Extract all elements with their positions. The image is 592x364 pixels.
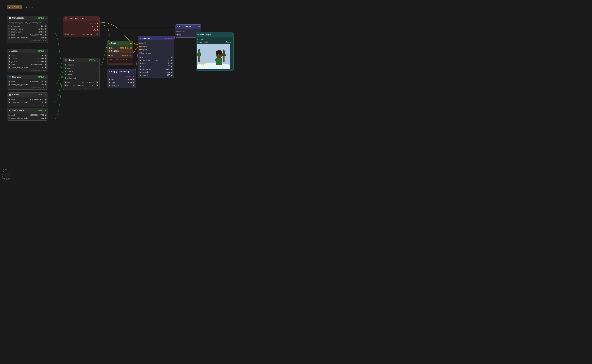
protagonists-left[interactable]: ◀ bbox=[8, 25, 10, 27]
clothes-seed-right[interactable]: ▶ bbox=[45, 98, 47, 100]
comp-seed-right[interactable]: ▶ bbox=[45, 34, 47, 36]
action-seed-right[interactable]: ▶ bbox=[45, 63, 47, 66]
ks-denoise-right[interactable]: ▶ bbox=[171, 74, 173, 76]
comp-control-right[interactable]: ▶ bbox=[45, 37, 47, 39]
width-right[interactable]: ▶ bbox=[132, 78, 135, 81]
checkpoint-header: ⬛ Load Checkpoint bbox=[63, 16, 99, 21]
ks-seed-right[interactable]: ▶ bbox=[171, 56, 173, 58]
scene-seed-label: seed bbox=[67, 82, 81, 83]
scene-clothes-dot bbox=[65, 74, 66, 75]
ks-scheduler-left[interactable]: ◀ bbox=[139, 71, 141, 73]
scene-action-port: action bbox=[63, 66, 99, 70]
comp-control-left[interactable]: ◀ bbox=[8, 37, 10, 39]
scene-title: Scene bbox=[68, 59, 74, 61]
comp-seed-left[interactable]: ◀ bbox=[8, 34, 10, 36]
latent-header-dot bbox=[109, 71, 110, 72]
env-seed-right[interactable]: ▶ bbox=[45, 114, 47, 116]
scene-seed-right[interactable]: ▶ bbox=[96, 81, 99, 84]
ks-scheduler-right[interactable]: ▶ bbox=[171, 71, 173, 73]
camera-framing-right[interactable]: ▶ bbox=[45, 28, 47, 30]
ks-seed-left[interactable]: ◀ bbox=[139, 56, 141, 58]
width-left[interactable]: ◀ bbox=[108, 78, 111, 81]
position-row: ◀ position random ▶ bbox=[7, 57, 48, 60]
env-seed-row: ◀ seed 195239598597772 ▶ bbox=[7, 114, 48, 117]
clothes-control-right[interactable]: ▶ bbox=[45, 101, 47, 104]
stat-n: N: 15 [15] bbox=[2, 173, 10, 176]
scene-comp-dot bbox=[65, 64, 66, 65]
position-left[interactable]: ◀ bbox=[8, 58, 10, 60]
scene-body: composition action character clothes env… bbox=[63, 62, 99, 90]
action-body: ◀ nsfw false ▶ ◀ position random ▶ ◀ ges… bbox=[7, 53, 48, 72]
camera-framing-left[interactable]: ◀ bbox=[8, 28, 10, 30]
svg-point-14 bbox=[205, 62, 206, 64]
ks-control-left[interactable]: ◀ bbox=[139, 59, 141, 61]
position-right[interactable]: ▶ bbox=[45, 58, 47, 60]
ks-seed-label: seed bbox=[142, 56, 168, 58]
ks-negative-dot bbox=[139, 49, 141, 50]
action-seed-left[interactable]: ◀ bbox=[8, 63, 10, 66]
protagonists-right[interactable]: ▶ bbox=[45, 25, 47, 27]
height-right[interactable]: ▶ bbox=[132, 81, 135, 84]
negative-body: clip CONDITIONING score_6, score_5, scor… bbox=[107, 53, 133, 64]
action-seed-row: ◀ seed 357446330605007 ▶ bbox=[7, 63, 48, 66]
scene-action-label: action bbox=[67, 67, 71, 69]
env-seed-left[interactable]: ◀ bbox=[8, 114, 10, 116]
negative-text: score_6, score_5, score_4child bbox=[108, 58, 132, 63]
stat-fps: FPS: 58.82 bbox=[2, 178, 10, 180]
ks-control-right[interactable]: ▶ bbox=[171, 59, 173, 61]
clothes-seed-left[interactable]: ◀ bbox=[8, 98, 10, 100]
env-control-left[interactable]: ◀ bbox=[8, 117, 10, 119]
clothes-node: 👕 Clothes STRING ● ◀ seed 10320148461747… bbox=[7, 92, 48, 107]
char-seed-right[interactable]: ▶ bbox=[45, 80, 47, 83]
nsfw-left[interactable]: ◀ bbox=[8, 54, 10, 57]
negative-clip-row: clip CONDITIONING bbox=[107, 54, 133, 58]
position-label: position bbox=[11, 58, 38, 59]
height-label: height bbox=[111, 82, 127, 84]
ks-sampler-label: sampler_name bbox=[142, 68, 166, 70]
composition-body: score_9, score_8_up, score_7_up, source_… bbox=[7, 20, 48, 43]
batch-left[interactable]: ◀ bbox=[108, 84, 111, 87]
ks-denoise-left[interactable]: ◀ bbox=[139, 74, 141, 76]
camera-angle-right[interactable]: ▶ bbox=[45, 31, 47, 33]
scene-control-left[interactable]: ◀ bbox=[64, 84, 67, 86]
svg-point-11 bbox=[218, 54, 219, 55]
action-node: ↺ Action STRING ● ◀ nsfw false ▶ ◀ posit… bbox=[7, 49, 48, 72]
ks-cfg-left[interactable]: ◀ bbox=[139, 65, 141, 67]
svg-rect-10 bbox=[215, 58, 222, 61]
char-control-left[interactable]: ◀ bbox=[8, 84, 10, 86]
gesture-right[interactable]: ▶ bbox=[45, 60, 47, 63]
gesture-left[interactable]: ◀ bbox=[8, 60, 10, 63]
nsfw-right[interactable]: ▶ bbox=[45, 54, 47, 57]
camera-angle-left[interactable]: ◀ bbox=[8, 31, 10, 33]
latent-out-row: LATENT bbox=[107, 75, 136, 78]
ks-scheduler-value: normal bbox=[165, 71, 170, 73]
height-left[interactable]: ◀ bbox=[108, 81, 111, 84]
ks-cfg-right[interactable]: ▶ bbox=[171, 65, 173, 67]
ks-steps-right[interactable]: ▶ bbox=[171, 62, 173, 64]
ks-sampler-right[interactable]: ▶ bbox=[171, 68, 173, 70]
action-control-left[interactable]: ◀ bbox=[8, 66, 10, 69]
action-control-row: ◀ control_after_generate fixed ▶ bbox=[7, 66, 48, 69]
ks-steps-left[interactable]: ◀ bbox=[139, 62, 141, 64]
scene-control-right[interactable]: ▶ bbox=[96, 84, 99, 86]
height-value: 1024 bbox=[128, 82, 132, 84]
width-row: ◀ width 1024 ▶ bbox=[107, 78, 136, 81]
env-control-right[interactable]: ▶ bbox=[45, 117, 47, 119]
char-control-right[interactable]: ▶ bbox=[45, 84, 47, 86]
ckpt-right[interactable]: ▶ bbox=[96, 33, 99, 35]
links-button[interactable]: 🔗 Links bbox=[25, 6, 33, 8]
scene-action-dot bbox=[65, 67, 66, 69]
char-seed-left[interactable]: ◀ bbox=[8, 80, 10, 83]
action-control-label: control_after_generate bbox=[11, 67, 40, 68]
positive-header: Positive bbox=[107, 41, 133, 45]
clothes-control-left[interactable]: ◀ bbox=[8, 101, 10, 104]
readme-button[interactable]: ■ README bbox=[7, 5, 22, 9]
ckpt-left[interactable]: ◀ bbox=[64, 33, 67, 35]
ks-control-value: fixed bbox=[167, 59, 170, 61]
scene-node: 🎬 Scene STRING ● composition action char… bbox=[63, 58, 99, 90]
action-control-right[interactable]: ▶ bbox=[45, 66, 47, 69]
ks-scheduler-label: scheduler bbox=[142, 71, 164, 73]
batch-right[interactable]: ▶ bbox=[132, 84, 135, 87]
scene-seed-left[interactable]: ◀ bbox=[64, 81, 67, 84]
ks-sampler-left[interactable]: ◀ bbox=[139, 68, 141, 70]
